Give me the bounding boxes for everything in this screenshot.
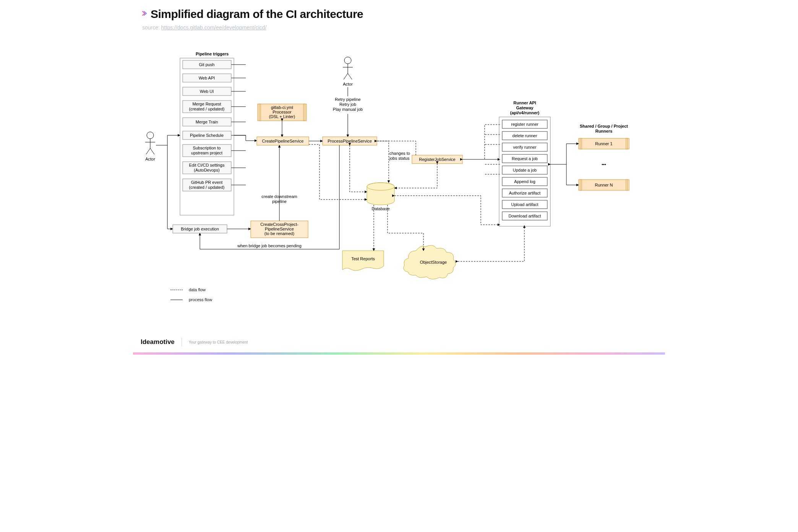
svg-line-10 — [348, 73, 352, 79]
legend: data flow process flow — [170, 287, 212, 307]
trigger-label: Web API — [199, 76, 215, 80]
trigger-label: upstream project — [191, 151, 222, 155]
cross-3: (to be renamed) — [264, 231, 294, 236]
gateway-title-2: Gateway — [516, 105, 534, 110]
actor-left: Actor — [145, 132, 155, 161]
gateway-item-label: register runner — [511, 122, 538, 127]
page-root: Simplified diagram of the CI architectur… — [133, 0, 665, 355]
actor-action-1: Retry pipeline — [335, 97, 360, 102]
gateway-list: register runnerdelete runnerverify runne… — [502, 120, 547, 220]
actor-action-3: Play manual job — [333, 107, 363, 112]
trigger-label: GitHub PR event — [191, 180, 223, 185]
footer-separator — [182, 338, 182, 346]
svg-point-6 — [344, 57, 351, 64]
runner-group: Runner 1 ••• Runner N — [579, 138, 629, 190]
trigger-label: (AutoDevops) — [194, 168, 219, 172]
trigger-label: Git push — [199, 62, 215, 67]
trigger-label: (created / updated) — [189, 185, 225, 190]
chevron-icon — [142, 11, 148, 18]
svg-text:Bridge job execution: Bridge job execution — [181, 227, 219, 231]
svg-text:when bridge job becomes pendin: when bridge job becomes pending — [237, 243, 302, 248]
svg-point-0 — [147, 132, 154, 139]
footer: Ideamotive Your gateway to CEE developme… — [133, 330, 665, 355]
gateway-item-label: Download artifact — [509, 214, 541, 218]
svg-rect-36 — [580, 138, 582, 149]
yml-line-1: gitlab-ci.yml — [271, 105, 293, 110]
gateway-title-1: Runner API — [513, 101, 536, 105]
legend-data-flow: data flow — [189, 287, 206, 292]
trigger-label: Subscription to — [193, 146, 221, 150]
svg-rect-18 — [303, 104, 305, 121]
svg-text:Database: Database — [371, 206, 389, 211]
yml-line-3: (DSL + Linter) — [269, 114, 295, 119]
trigger-label: (created / updated) — [189, 107, 225, 111]
changes-2: jobs status — [389, 156, 410, 161]
cross-1: CreateCrossProject- — [260, 222, 298, 227]
svg-text:Actor: Actor — [145, 157, 155, 161]
legend-solid-icon — [170, 300, 183, 300]
svg-rect-42 — [626, 180, 628, 190]
trigger-label: Merge Request — [192, 102, 221, 106]
svg-text:CreatePipelineService: CreatePipelineService — [262, 139, 304, 143]
gateway-item-label: delete runner — [513, 133, 537, 138]
footer-brand: Ideamotive — [141, 338, 175, 346]
gateway-item-label: verify runner — [513, 145, 536, 149]
source-line: source: https://docs.gitlab.com/ee/devel… — [142, 24, 266, 31]
create-down-1: create downstream — [261, 194, 297, 199]
svg-rect-17 — [259, 104, 261, 121]
create-down-2: pipeline — [272, 199, 287, 204]
trigger-label: Pipeline Schedule — [190, 133, 224, 138]
trigger-label: Merge Train — [196, 120, 218, 124]
yml-processor: gitlab-ci.yml Processor (DSL + Linter) — [258, 104, 307, 121]
page-title: Simplified diagram of the CI architectur… — [151, 8, 363, 21]
footer-tagline: Your gateway to CEE development — [189, 340, 248, 344]
svg-line-9 — [344, 73, 348, 79]
footer-rainbow — [133, 352, 665, 355]
triggers-title: Pipeline triggers — [196, 52, 229, 56]
gateway-item-label: Request a job — [512, 156, 538, 161]
runners-title-1: Shared / Group / Project — [580, 124, 628, 128]
title-row: Simplified diagram of the CI architectur… — [142, 8, 363, 21]
gateway-item-label: Update a job — [513, 168, 537, 172]
gateway-title-3: (api/v4/runner) — [510, 110, 540, 115]
source-label: source: — [142, 24, 161, 31]
svg-text:ObjectStorage: ObjectStorage — [420, 260, 447, 264]
changes-1: changes to — [389, 151, 410, 156]
triggers-list: Git pushWeb APIWeb UIMerge Request(creat… — [183, 60, 246, 191]
svg-text:Actor: Actor — [343, 82, 353, 86]
database-shape: Database — [367, 183, 394, 211]
svg-text:•••: ••• — [602, 162, 606, 167]
legend-process-flow: process flow — [189, 297, 212, 302]
svg-rect-37 — [626, 138, 628, 149]
yml-line-2: Processor — [272, 110, 292, 114]
gateway-item-label: Append log — [514, 179, 535, 184]
test-reports-shape: Test Reports — [342, 251, 384, 271]
gateway-item-label: Upload artifact — [511, 202, 538, 207]
svg-text:RegisterJobService: RegisterJobService — [419, 157, 455, 162]
svg-text:Test Reports: Test Reports — [351, 256, 375, 261]
trigger-label: Edit CI/CD settings — [189, 163, 225, 167]
gateway-item-label: Authorize artifact — [509, 191, 541, 195]
cross-2: PipelineService — [265, 227, 294, 231]
trigger-label: Web UI — [200, 89, 214, 94]
svg-text:Runner N: Runner N — [595, 183, 613, 187]
diagram-canvas: Actor Actor Retry pipeline Retry job Pla… — [133, 38, 665, 306]
svg-rect-41 — [580, 180, 582, 190]
actor-action-2: Retry job — [339, 102, 356, 107]
legend-dash-icon — [170, 290, 183, 290]
source-link[interactable]: https://docs.gitlab.com/ee/development/c… — [161, 24, 266, 31]
actor-top: Actor — [343, 57, 353, 86]
svg-line-4 — [150, 148, 154, 154]
svg-text:ProcessPipelineService: ProcessPipelineService — [328, 139, 372, 143]
runners-title-2: Runners — [595, 129, 613, 133]
svg-line-3 — [146, 148, 150, 154]
svg-text:Runner 1: Runner 1 — [595, 141, 612, 146]
object-storage-shape: ObjectStorage — [404, 245, 456, 279]
cross-project-box: CreateCrossProject- PipelineService (to … — [251, 221, 308, 238]
